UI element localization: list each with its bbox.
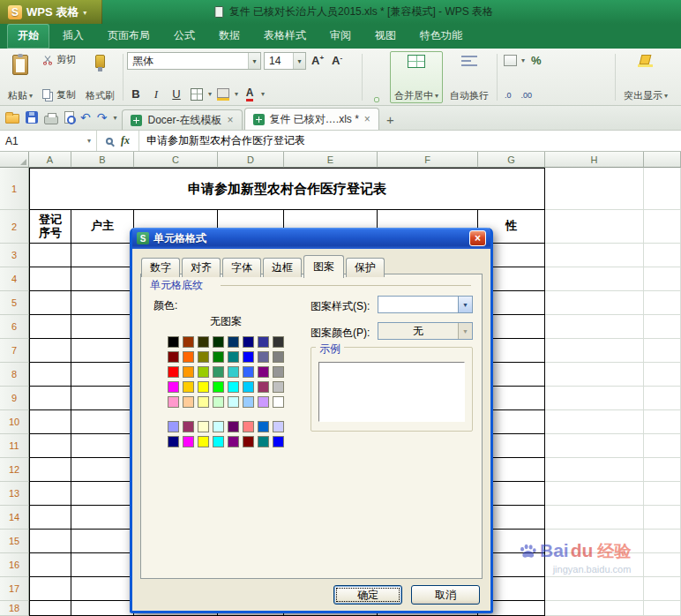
cell-H5[interactable] bbox=[545, 291, 644, 315]
color-swatch-FFFF00[interactable] bbox=[198, 436, 209, 447]
select-all-corner[interactable] bbox=[0, 152, 29, 168]
color-swatch-800000[interactable] bbox=[168, 351, 179, 363]
ribbon-tab-开始[interactable]: 开始 bbox=[7, 24, 49, 49]
color-swatch-FF00FF[interactable] bbox=[168, 381, 179, 393]
italic-button[interactable]: I bbox=[147, 86, 165, 102]
cancel-button[interactable]: 取消 bbox=[411, 585, 480, 605]
cell-B5[interactable] bbox=[71, 291, 134, 315]
font-color-caret-icon[interactable]: ▾ bbox=[261, 90, 265, 98]
cell-B13[interactable] bbox=[71, 482, 134, 506]
cell-A13[interactable] bbox=[29, 482, 71, 506]
font-color-button[interactable]: A bbox=[241, 86, 258, 102]
format-painter-button[interactable]: 格式刷 bbox=[81, 51, 119, 103]
cell-B10[interactable] bbox=[71, 410, 134, 434]
cell-B2[interactable]: 户主 bbox=[71, 210, 134, 244]
undo-button[interactable]: ↶ bbox=[80, 111, 91, 124]
dialog-tab-保护[interactable]: 保护 bbox=[346, 258, 385, 277]
open-button[interactable] bbox=[5, 112, 19, 124]
cell-B6[interactable] bbox=[71, 315, 134, 339]
color-swatch-C0C0C0[interactable] bbox=[273, 381, 284, 393]
save-button[interactable] bbox=[26, 111, 38, 124]
color-swatch-0000FF[interactable] bbox=[243, 351, 254, 363]
cell-H4[interactable] bbox=[545, 267, 644, 291]
underline-button[interactable]: U bbox=[168, 86, 185, 102]
ribbon-tab-审阅[interactable]: 审阅 bbox=[319, 24, 362, 49]
color-swatch-800080[interactable] bbox=[258, 366, 269, 378]
color-swatch-339966[interactable] bbox=[213, 366, 224, 378]
new-tab-button[interactable]: + bbox=[379, 112, 401, 130]
color-swatch-00CCFF[interactable] bbox=[243, 381, 254, 393]
document-tab[interactable]: 复件 已核对….xls *× bbox=[244, 108, 379, 130]
row-header-1[interactable]: 1 bbox=[0, 168, 29, 210]
column-header-D[interactable]: D bbox=[218, 152, 284, 168]
align-middle-button[interactable] bbox=[374, 52, 379, 57]
color-swatch-FF9900[interactable] bbox=[183, 366, 194, 378]
column-header-G[interactable]: G bbox=[478, 152, 545, 168]
ok-button[interactable]: 确定 bbox=[333, 585, 402, 605]
column-header-A[interactable]: A bbox=[29, 152, 71, 168]
color-swatch-FF99CC[interactable] bbox=[168, 396, 179, 408]
row-header-8[interactable]: 8 bbox=[0, 363, 29, 387]
cell-B14[interactable] bbox=[71, 506, 134, 530]
row-header-13[interactable]: 13 bbox=[0, 482, 29, 506]
color-swatch-969696[interactable] bbox=[273, 366, 284, 378]
cell-partial[interactable] bbox=[644, 482, 681, 506]
cell-B3[interactable] bbox=[71, 244, 134, 267]
cell-B7[interactable] bbox=[71, 339, 134, 363]
dialog-tab-字体[interactable]: 字体 bbox=[222, 258, 261, 277]
cell-B16[interactable] bbox=[71, 553, 134, 577]
cell-H2[interactable] bbox=[545, 210, 644, 244]
color-swatch-33CCCC[interactable] bbox=[228, 366, 239, 378]
merged-title-cell[interactable]: 申请参加新型农村合作医疗登记表 bbox=[29, 168, 545, 210]
decrease-decimal-button[interactable]: .00 bbox=[518, 88, 536, 102]
align-right-button[interactable] bbox=[382, 97, 387, 102]
row-header-12[interactable]: 12 bbox=[0, 458, 29, 482]
ribbon-tab-表格样式[interactable]: 表格样式 bbox=[253, 24, 317, 49]
pattern-style-arrow-icon[interactable]: ▼ bbox=[458, 297, 472, 312]
column-header-E[interactable]: E bbox=[284, 152, 378, 168]
name-box[interactable]: A1 ▾ bbox=[0, 131, 97, 151]
cell-B8[interactable] bbox=[71, 363, 134, 387]
color-swatch-0000FF[interactable] bbox=[273, 436, 284, 447]
cell-partial[interactable] bbox=[644, 530, 681, 553]
cell-partial[interactable] bbox=[644, 168, 681, 210]
cell-A8[interactable] bbox=[29, 363, 71, 387]
cell-A2[interactable]: 登记 序号 bbox=[29, 210, 71, 244]
dialog-tab-对齐[interactable]: 对齐 bbox=[182, 258, 221, 277]
cell-H12[interactable] bbox=[545, 458, 644, 482]
cell-A12[interactable] bbox=[29, 458, 71, 482]
row-header-10[interactable]: 10 bbox=[0, 410, 29, 434]
cell-H11[interactable] bbox=[545, 434, 644, 458]
cell-H17[interactable] bbox=[545, 577, 644, 601]
cell-A15[interactable] bbox=[29, 530, 71, 553]
pattern-color-dropdown[interactable]: 无 ▼ bbox=[378, 322, 473, 340]
number-format-caret-icon[interactable]: ▾ bbox=[521, 56, 525, 64]
cell-partial[interactable] bbox=[644, 553, 681, 577]
color-swatch-9999FF[interactable] bbox=[168, 421, 179, 432]
row-header-7[interactable]: 7 bbox=[0, 339, 29, 363]
dialog-tab-图案[interactable]: 图案 bbox=[303, 255, 344, 278]
cell-A9[interactable] bbox=[29, 387, 71, 410]
cell-H14[interactable] bbox=[545, 506, 644, 530]
row-header-17[interactable]: 17 bbox=[0, 577, 29, 601]
ribbon-tab-数据[interactable]: 数据 bbox=[208, 24, 251, 49]
color-swatch-008080[interactable] bbox=[258, 436, 269, 447]
color-swatch-99CC00[interactable] bbox=[198, 366, 209, 378]
cut-button[interactable]: 剪切 bbox=[40, 52, 79, 67]
cell-H10[interactable] bbox=[545, 410, 644, 434]
color-swatch-003366[interactable] bbox=[228, 336, 239, 348]
color-swatch-000080[interactable] bbox=[168, 436, 179, 447]
color-swatch-3366FF[interactable] bbox=[243, 366, 254, 378]
dialog-tab-数字[interactable]: 数字 bbox=[141, 258, 180, 277]
color-swatch-008080[interactable] bbox=[228, 351, 239, 363]
align-top-button[interactable] bbox=[366, 52, 371, 57]
borders-button[interactable] bbox=[188, 86, 206, 102]
font-name-combo[interactable]: 黑体 ▾ bbox=[127, 52, 261, 70]
row-header-2[interactable]: 2 bbox=[0, 210, 29, 244]
cell-partial[interactable] bbox=[644, 434, 681, 458]
ribbon-tab-插入[interactable]: 插入 bbox=[52, 24, 94, 49]
formula-content[interactable]: 申请参加新型农村合作医疗登记表 bbox=[139, 133, 312, 148]
cell-partial[interactable] bbox=[644, 315, 681, 339]
column-header-partial[interactable] bbox=[644, 152, 681, 168]
number-format-button[interactable] bbox=[501, 52, 519, 69]
